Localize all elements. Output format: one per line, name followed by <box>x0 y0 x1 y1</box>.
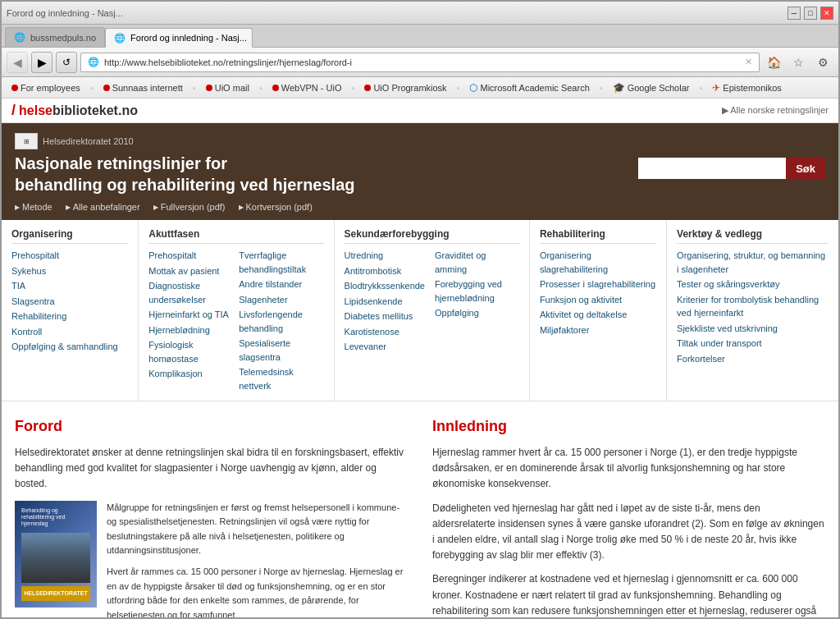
nav-item[interactable]: Diabetes mellitus <box>345 310 425 323</box>
bookmark-programkiosk[interactable]: UiO Programkiosk <box>361 81 450 94</box>
tab-label: Forord og innledning - Nasj... <box>130 33 247 43</box>
nav-item[interactable]: Kontroll <box>11 325 128 339</box>
helsedir-icon: ⊞ <box>15 133 38 149</box>
nav-item[interactable]: Fysiologisk homøostase <box>148 338 229 365</box>
nav-sub-col: Prehospitalt Mottak av pasient Diagnosti… <box>148 249 229 392</box>
metode-link[interactable]: Metode <box>15 202 52 212</box>
nav-item[interactable]: Oppfølging & samhandling <box>11 340 128 354</box>
book-image-inner: Behandling og rehabilitering ved hjernes… <box>15 501 97 608</box>
bookmark-google-scholar[interactable]: 🎓 Google Scholar <box>609 80 693 95</box>
bookmark-microsoft-academic[interactable]: ⬡ Microsoft Academic Search <box>466 80 592 95</box>
nav-item[interactable]: Prosesser i slagrehabilitering <box>540 277 656 291</box>
forord-title: Forord <box>15 418 408 435</box>
search-input[interactable] <box>638 158 786 179</box>
nav-right-buttons: 🏠 ☆ ⚙ <box>763 52 833 73</box>
nav-col-sekundar: Sekundærforebygging Utredning Antitrombo… <box>335 220 530 401</box>
nav-item[interactable]: Oppfølging <box>435 306 519 320</box>
hero-title-line2: behandling og rehabilitering ved hjernes… <box>15 174 355 195</box>
maximize-button[interactable]: □ <box>804 7 817 20</box>
nav-item[interactable]: Komplikasjon <box>148 367 229 381</box>
logo-helse: helse <box>19 103 52 117</box>
nav-item[interactable]: Diagnostiske undersøkelser <box>148 279 229 306</box>
bookmark-icon: ✈ <box>712 82 720 94</box>
nav-item[interactable]: Telemedsinsk nettverk <box>239 365 323 392</box>
nav-item[interactable]: Sykehus <box>11 264 128 278</box>
hero-title: Nasjonale retningslinjer for behandling … <box>15 153 355 195</box>
tab-bussmedpuls[interactable]: 🌐 bussmedpuls.no <box>5 27 105 47</box>
tab-favicon: 🌐 <box>114 33 126 44</box>
nav-sub-col: Organisering slagrehabilitering Prosesse… <box>540 249 656 337</box>
bookmark-uiomail[interactable]: UiO mail <box>203 81 253 94</box>
reload-button[interactable]: ↺ <box>56 52 77 73</box>
nav-item[interactable]: Organisering slagrehabilitering <box>540 249 656 276</box>
bookmark-employees[interactable]: For employees <box>8 81 84 94</box>
hero-left: ⊞ Helsedirektoratet 2010 Nasjonale retni… <box>15 133 355 212</box>
nav-col-items: Prehospitalt Mottak av pasient Diagnosti… <box>148 249 323 392</box>
nav-item[interactable]: Tiltak under transport <box>677 337 829 351</box>
innledning-para3: Beregninger indikerer at kostnadene ved … <box>432 571 825 617</box>
close-button[interactable]: ✕ <box>820 7 833 20</box>
nav-item[interactable]: Blodtrykkssenkende <box>345 279 425 293</box>
nav-item[interactable]: Prehospitalt <box>148 249 229 263</box>
minimize-button[interactable]: ─ <box>788 7 801 20</box>
nav-item[interactable]: Lipidsenkende <box>345 295 425 309</box>
bookmark-epistemonikos[interactable]: ✈ Epistemonikos <box>709 80 785 95</box>
logo-text: helsebiblioteket.no <box>19 103 138 118</box>
fullversjon-link[interactable]: Fullversjon (pdf) <box>153 202 226 212</box>
nav-item[interactable]: Tester og skåringsverktøy <box>677 277 829 291</box>
bookmark-sunnaas[interactable]: Sunnaas internett <box>100 81 186 94</box>
nav-item[interactable]: Hjerneblødning <box>148 323 229 337</box>
main-navigation: Organisering Prehospitalt Sykehus TIA Sl… <box>2 220 838 401</box>
nav-item[interactable]: Andre tilstander <box>239 277 323 291</box>
nav-item[interactable]: Aktivitet og deltakelse <box>540 308 656 322</box>
innledning-section: Innledning Hjerneslag rammer hvert år ca… <box>432 418 825 617</box>
bookmark-icon <box>272 85 279 91</box>
nav-col-header: Sekundærforebygging <box>345 228 519 244</box>
hero-search: Søk <box>638 158 825 179</box>
bookmarks-bar: For employees • Sunnaas internett • UiO … <box>2 77 838 99</box>
nav-item[interactable]: Tverrfaglige behandlingstiltak <box>239 249 323 276</box>
nav-item[interactable]: Miljøfaktorer <box>540 323 656 337</box>
search-button[interactable]: Søk <box>786 158 825 179</box>
bookmark-webvpn[interactable]: WebVPN - UiO <box>269 81 345 94</box>
alle-norske-link[interactable]: ▶ Alle norske retningslinjer <box>722 105 829 116</box>
nav-item[interactable]: Hjerneinfarkt og TIA <box>148 308 229 322</box>
nav-item[interactable]: Mottak av pasient <box>148 264 229 278</box>
home-button[interactable]: 🏠 <box>763 52 784 73</box>
url-bar[interactable]: 🌐 http://www.helsebiblioteket.no/retning… <box>80 53 760 72</box>
tab-forord[interactable]: 🌐 Forord og innledning - Nasj... ✕ <box>105 28 253 48</box>
nav-item[interactable]: Forkortelser <box>677 352 829 366</box>
nav-item[interactable]: Prehospitalt <box>11 249 128 263</box>
nav-item[interactable]: Rehabilitering <box>11 310 128 323</box>
nav-item[interactable]: Funksjon og aktivitet <box>540 293 656 307</box>
nav-item[interactable]: Livsforlengende behandling <box>239 308 323 335</box>
nav-item[interactable]: Spesialiserte slagsentra <box>239 337 323 364</box>
nav-item[interactable]: Slagenheter <box>239 293 323 307</box>
nav-col-akuttfasen: Akuttfasen Prehospitalt Mottak av pasien… <box>139 220 334 401</box>
title-bar: Forord og innledning - Nasj... ─ □ ✕ <box>2 2 838 25</box>
nav-item[interactable]: Kriterier for trombolytisk behandling ve… <box>677 293 829 320</box>
nav-item[interactable]: Forebygging ved hjerneblødning <box>435 277 519 305</box>
nav-item[interactable]: Slagsentra <box>11 295 128 309</box>
bookmark-label: Epistemonikos <box>723 83 782 93</box>
nav-item[interactable]: Karotistenose <box>345 325 425 339</box>
nav-item[interactable]: Levevaner <box>345 340 425 354</box>
bookmark-icon <box>11 85 18 91</box>
bookmark-label: WebVPN - UiO <box>281 83 342 93</box>
nav-item[interactable]: TIA <box>11 279 128 293</box>
nav-item[interactable]: Sjekkliste ved utskrivning <box>677 322 829 336</box>
nav-col-header: Rehabilitering <box>540 228 656 244</box>
back-button[interactable]: ◀ <box>7 52 28 73</box>
forward-button[interactable]: ▶ <box>31 52 52 73</box>
nav-item[interactable]: Utredning <box>345 249 425 263</box>
nav-item[interactable]: Graviditet og amming <box>435 249 519 276</box>
nav-col-organisering: Organisering Prehospitalt Sykehus TIA Sl… <box>2 220 139 401</box>
alle-anbefalinger-link[interactable]: Alle anbefalinger <box>66 202 140 212</box>
settings-button[interactable]: ⚙ <box>812 52 833 73</box>
kortversjon-link[interactable]: Kortversjon (pdf) <box>239 202 313 212</box>
nav-item[interactable]: Organisering, struktur, og bemanning i s… <box>677 249 829 276</box>
nav-item[interactable]: Antitrombotisk <box>345 264 425 278</box>
nav-col-verktoy: Verktøy & vedlegg Organisering, struktur… <box>667 220 838 401</box>
separator: • <box>699 83 702 93</box>
star-button[interactable]: ☆ <box>788 52 809 73</box>
